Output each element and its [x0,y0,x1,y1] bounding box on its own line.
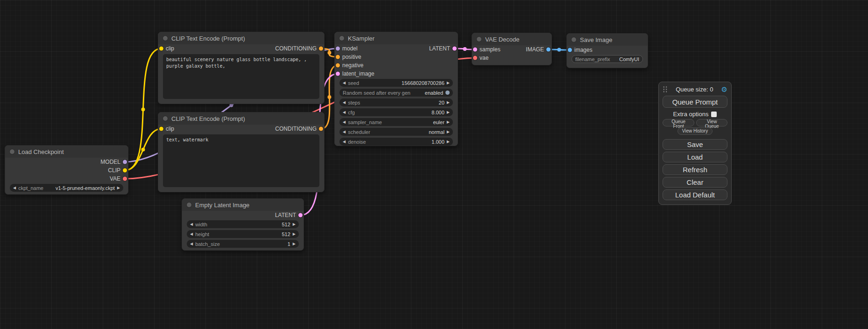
prompt-textarea[interactable]: text, watermark [163,134,319,187]
settings-gear-icon[interactable]: ⚙ [721,86,727,93]
widget-increment-icon[interactable]: ▶ [447,120,450,124]
input-slot-model[interactable] [336,47,340,51]
node-ksampler[interactable]: KSamplermodelLATENTpositivenegativelaten… [334,32,458,146]
widget-seed[interactable]: ◀seed156680208700286▶ [339,79,453,87]
widget-decrement-icon[interactable]: ◀ [343,140,346,144]
node-clip-negative[interactable]: CLIP Text Encode (Prompt)clipCONDITIONIN… [158,112,325,192]
widget-value: euler [433,119,444,125]
widget-label: denoise [348,139,366,145]
queue-panel-header[interactable]: Queue size: 0 ⚙ [663,84,727,94]
input-slot-latent_image[interactable] [336,72,340,76]
collapse-dot-icon[interactable] [477,37,481,42]
output-slot-label: IMAGE [526,46,544,53]
widget-decrement-icon[interactable]: ◀ [190,242,193,246]
widget-increment-icon[interactable]: ▶ [447,101,450,105]
node-title-bar[interactable]: CLIP Text Encode (Prompt) [158,112,324,125]
node-title-label: VAE Decode [485,36,519,43]
widget-scheduler[interactable]: ◀schedulernormal▶ [339,128,453,136]
node-title-bar[interactable]: KSampler [335,32,458,44]
widget-decrement-icon[interactable]: ◀ [343,111,346,114]
node-title-bar[interactable]: CLIP Text Encode (Prompt) [158,32,324,44]
collapse-dot-icon[interactable] [572,37,576,42]
widget-value: enabled [425,90,443,96]
extra-options-label: Extra options [673,111,709,118]
input-slot-clip[interactable] [159,127,163,131]
collapse-dot-icon[interactable] [10,149,14,154]
collapse-dot-icon[interactable] [187,203,191,207]
output-slot-VAE[interactable] [123,177,127,181]
node-title-label: KSampler [348,35,374,42]
widget-ckpt_name[interactable]: ◀ckpt_namev1-5-pruned-emaonly.ckpt▶ [10,184,123,192]
queue-prompt-button[interactable]: Queue Prompt [663,96,727,108]
collapse-dot-icon[interactable] [339,36,344,41]
output-slot-LATENT[interactable] [298,213,303,217]
node-save-image[interactable]: Save Imageimagesfilename_prefixComfyUI [566,33,648,68]
node-load-checkpoint[interactable]: Load CheckpointMODELCLIPVAE◀ckpt_namev1-… [5,145,128,195]
widget-Random seed after every gen[interactable]: Random seed after every genenabled [339,89,453,97]
widget-label: seed [348,80,359,86]
collapse-dot-icon[interactable] [163,36,168,41]
input-slot-samples[interactable] [473,48,477,52]
widget-height[interactable]: ◀height512▶ [187,230,299,238]
widget-decrement-icon[interactable]: ◀ [343,101,346,105]
widget-increment-icon[interactable]: ▶ [293,242,296,246]
input-slot-vae[interactable] [473,56,477,60]
link-midpoint-dot [141,108,145,112]
drag-handle-icon[interactable] [663,86,668,93]
widget-increment-icon[interactable]: ▶ [447,111,450,114]
widget-width[interactable]: ◀width512▶ [187,220,299,228]
widget-increment-icon[interactable]: ▶ [447,130,450,134]
clear-button[interactable]: Clear [663,177,727,188]
output-slot-LATENT[interactable] [452,47,457,51]
refresh-button[interactable]: Refresh [663,164,727,175]
input-slot-clip[interactable] [159,47,163,51]
widget-decrement-icon[interactable]: ◀ [343,120,346,124]
output-slot-CLIP[interactable] [123,168,127,173]
node-title-bar[interactable]: Load Checkpoint [5,146,128,158]
node-empty-latent[interactable]: Empty Latent ImageLATENT◀width512▶◀heigh… [182,198,304,251]
input-slot-images[interactable] [568,48,572,52]
widget-cfg[interactable]: ◀cfg8.000▶ [339,108,453,116]
output-slot-MODEL[interactable] [123,160,127,164]
queue-small-buttons-row: Queue Front View Queue [663,119,727,126]
widget-decrement-icon[interactable]: ◀ [343,130,346,134]
load-default-button[interactable]: Load Default [663,189,727,200]
input-slot-negative[interactable] [336,63,340,68]
node-title-bar[interactable]: Empty Latent Image [182,199,303,211]
extra-options-checkbox[interactable] [711,112,717,117]
widget-decrement-icon[interactable]: ◀ [13,186,16,190]
node-clip-positive[interactable]: CLIP Text Encode (Prompt)clipCONDITIONIN… [158,32,325,104]
toggle-dot-icon[interactable] [445,91,450,95]
widget-decrement-icon[interactable]: ◀ [190,232,193,236]
widget-increment-icon[interactable]: ▶ [117,186,120,190]
load-button[interactable]: Load [663,152,727,162]
widget-decrement-icon[interactable]: ◀ [190,223,193,226]
node-title-bar[interactable]: Save Image [567,34,648,46]
widget-steps[interactable]: ◀steps20▶ [339,98,453,106]
widget-increment-icon[interactable]: ▶ [293,223,296,226]
graph-canvas[interactable]: Queue size: 0 ⚙ Queue Prompt Extra optio… [0,0,868,329]
node-vae-decode[interactable]: VAE DecodesamplesIMAGEvae [472,33,552,65]
input-slot-label: model [342,45,358,52]
save-button[interactable]: Save [663,139,727,150]
output-slot-CONDITIONING[interactable] [319,47,323,51]
view-history-button[interactable]: View History [677,127,713,135]
widget-increment-icon[interactable]: ▶ [447,140,450,144]
widget-increment-icon[interactable]: ▶ [293,232,296,236]
node-title-bar[interactable]: VAE Decode [472,33,551,45]
widget-increment-icon[interactable]: ▶ [447,81,450,85]
widget-filename_prefix[interactable]: filename_prefixComfyUI [572,55,643,63]
output-slot-label: MODEL [100,159,120,165]
widget-denoise[interactable]: ◀denoise1.000▶ [339,138,453,146]
collapse-dot-icon[interactable] [163,116,168,121]
widget-batch_size[interactable]: ◀batch_size1▶ [187,240,299,248]
widget-decrement-icon[interactable]: ◀ [343,81,346,85]
output-slot-CONDITIONING[interactable] [319,127,323,131]
output-slot-IMAGE[interactable] [546,48,550,52]
widget-label: batch_size [195,241,220,247]
queue-front-button[interactable]: Queue Front [663,119,694,126]
prompt-textarea[interactable]: beautiful scenery nature glass bottle la… [163,54,319,99]
view-queue-button[interactable]: View Queue [696,119,727,126]
input-slot-positive[interactable] [336,55,340,59]
widget-sampler_name[interactable]: ◀sampler_nameeuler▶ [339,118,453,126]
